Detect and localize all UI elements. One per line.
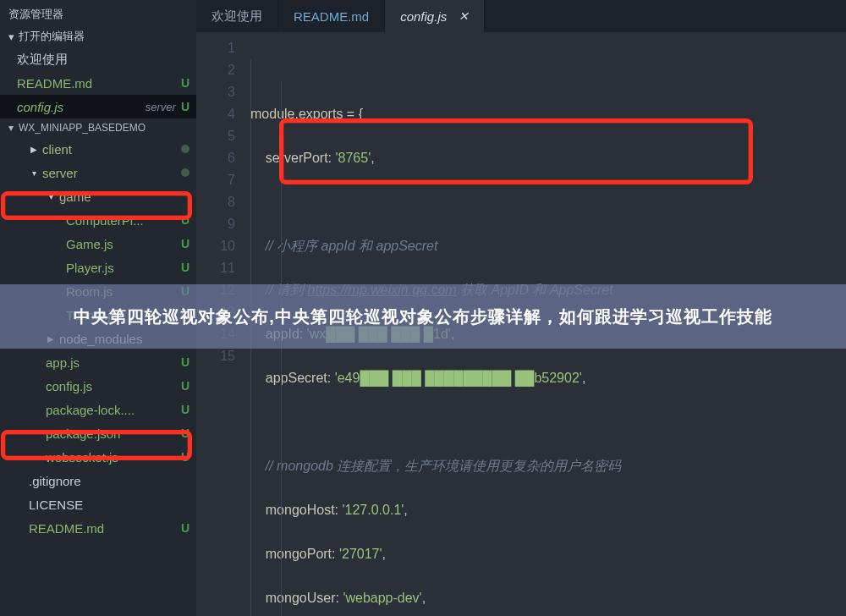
vcs-badge: U xyxy=(181,403,190,416)
tree-item-label: server xyxy=(42,166,181,180)
vcs-dot-icon xyxy=(181,168,190,177)
chevron-icon: ▾ xyxy=(46,192,56,201)
tab-config[interactable]: config.js ✕ xyxy=(385,0,485,32)
tree-item-game[interactable]: ▾game xyxy=(0,184,196,208)
vcs-badge: U xyxy=(181,379,190,393)
open-editor-readme[interactable]: README.md U xyxy=(0,71,196,95)
tree-item-Player[interactable]: Player.jsU xyxy=(0,256,196,279)
tree-item-label: config.js xyxy=(46,379,176,393)
vcs-badge: U xyxy=(181,355,190,369)
tree-item-license[interactable]: LICENSE xyxy=(0,492,196,516)
tree-item-label: .gitignore xyxy=(29,474,190,488)
tree-item-ComputerPl[interactable]: ComputerPl...U xyxy=(0,208,196,232)
vcs-badge: U xyxy=(181,237,190,250)
banner-text: 中央第四轮巡视对象公布,中央第四轮巡视对象公布步骤详解，如何跟进学习巡视工作技能 xyxy=(74,305,772,329)
tree-item-label: websocket.js xyxy=(46,450,176,465)
tab-welcome[interactable]: 欢迎使用 xyxy=(196,0,278,32)
explorer-title: 资源管理器 xyxy=(0,0,196,25)
project-root-header[interactable]: ▾ WX_MINIAPP_BASEDEMO xyxy=(0,118,196,137)
tree-item-label: LICENSE xyxy=(29,498,190,512)
tab-readme[interactable]: README.md xyxy=(278,0,385,32)
tree-item-configjs[interactable]: config.jsU xyxy=(0,374,196,398)
vcs-badge: U xyxy=(181,426,190,440)
tree-item-label: ComputerPl... xyxy=(66,213,176,228)
vcs-badge: U xyxy=(181,450,190,464)
tree-item-label: README.md xyxy=(29,521,176,536)
chevron-down-icon: ▾ xyxy=(8,30,19,43)
tree-item-label: client xyxy=(42,142,181,157)
tree-item-pkglock[interactable]: package-lock....U xyxy=(0,398,196,421)
tree-item-client[interactable]: ▶client xyxy=(0,137,196,161)
vcs-badge: U xyxy=(181,213,190,227)
chevron-icon: ▾ xyxy=(29,168,39,178)
tree-item-server[interactable]: ▾server xyxy=(0,161,196,184)
tree-item-label: package.json xyxy=(46,426,176,441)
chevron-down-icon: ▾ xyxy=(8,122,19,134)
tree-item-Game[interactable]: Game.jsU xyxy=(0,232,196,256)
close-icon[interactable]: ✕ xyxy=(459,9,469,23)
tree-item-label: Player.js xyxy=(66,261,176,275)
tree-item-label: package-lock.... xyxy=(46,403,176,417)
vcs-badge: U xyxy=(181,521,190,535)
tree-item-label: app.js xyxy=(46,355,176,370)
tree-item-appjs[interactable]: app.jsU xyxy=(0,350,196,374)
overlay-banner: 中央第四轮巡视对象公布,中央第四轮巡视对象公布步骤详解，如何跟进学习巡视工作技能 xyxy=(0,284,846,349)
open-editor-welcome[interactable]: 欢迎使用 xyxy=(0,47,196,71)
vcs-badge: U xyxy=(181,261,190,274)
tree-item-readmeroot[interactable]: README.mdU xyxy=(0,516,196,540)
tab-bar: 欢迎使用 README.md config.js ✕ xyxy=(196,0,846,32)
tree-item-label: Game.js xyxy=(66,237,176,251)
open-editors-header[interactable]: ▾ 打开的编辑器 xyxy=(0,25,196,47)
tree-item-gitignore[interactable]: .gitignore xyxy=(0,469,196,492)
tree-item-pkgjson[interactable]: package.jsonU xyxy=(0,421,196,445)
chevron-icon: ▶ xyxy=(29,145,39,154)
vcs-dot-icon xyxy=(181,145,190,153)
tree-item-label: game xyxy=(59,190,190,204)
open-editor-config[interactable]: config.js server U xyxy=(0,95,196,118)
tree-item-websocket[interactable]: websocket.jsU xyxy=(0,445,196,469)
